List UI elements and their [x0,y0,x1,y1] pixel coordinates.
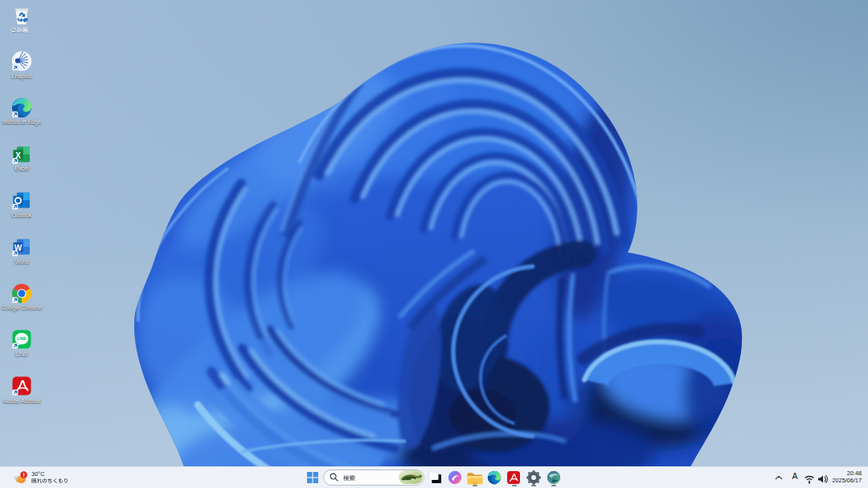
svg-text:LINE: LINE [17,337,27,342]
